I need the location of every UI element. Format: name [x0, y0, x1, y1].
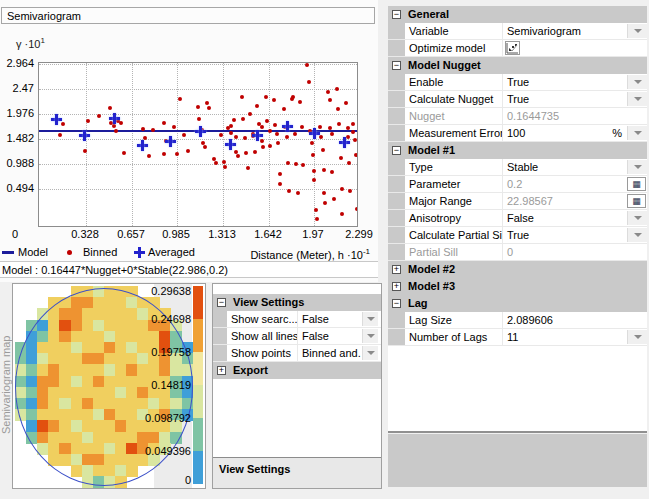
row-indent [388, 23, 405, 39]
binned-point [301, 163, 305, 167]
property-grid-rows: −GeneralVariableSemivariogramOptimize mo… [388, 6, 647, 346]
property-row-variable[interactable]: VariableSemivariogram [388, 23, 647, 40]
binned-point [246, 166, 250, 170]
averaged-point [282, 121, 293, 132]
property-row-show-searc-[interactable]: Show searc...False [213, 311, 381, 328]
category-row-model-nugget[interactable]: −Model Nugget [388, 57, 647, 74]
property-row-anisotropy[interactable]: AnisotropyFalse [388, 210, 647, 227]
percent-suffix: % [602, 125, 622, 141]
property-row-show-points[interactable]: Show pointsBinned and... [213, 345, 381, 362]
dropdown-button[interactable] [627, 211, 647, 225]
dropdown-button[interactable] [627, 330, 647, 344]
collapse-icon[interactable]: − [217, 298, 226, 307]
dropdown-button[interactable] [627, 75, 647, 89]
property-row-partial-sill[interactable]: Partial Sill0 [388, 244, 647, 261]
expand-icon[interactable]: + [392, 265, 401, 274]
row-indent [388, 159, 405, 175]
property-value[interactable]: Binned and... [298, 345, 361, 361]
collapse-icon[interactable]: − [392, 61, 401, 70]
expand-icon[interactable]: + [392, 282, 401, 291]
property-row-nugget[interactable]: Nugget0.1644735 [388, 108, 647, 125]
x-tick-label: 1.313 [200, 228, 244, 240]
property-row-number-of-lags[interactable]: Number of Lags11 [388, 329, 647, 346]
property-value[interactable]: Semivariogram [503, 23, 626, 39]
category-row-export[interactable]: +Export [213, 362, 381, 379]
property-value[interactable]: 0.2 [503, 176, 626, 192]
semivariogram-map-panel[interactable]: 0.296380.246980.197580.148190.0987920.04… [12, 283, 206, 489]
property-row-major-range[interactable]: Major Range22.98567▦ [388, 193, 647, 210]
property-value[interactable]: Stable [503, 159, 626, 175]
property-value[interactable]: 0.1644735 [503, 108, 626, 124]
property-value[interactable]: 0 [503, 244, 626, 260]
legend-binned-label: Binned [83, 246, 117, 258]
x-gridline [314, 63, 315, 226]
binned-point [141, 127, 145, 131]
property-value[interactable]: False [298, 311, 361, 327]
binned-point [196, 105, 200, 109]
property-row-lag-size[interactable]: Lag Size2.089606 [388, 312, 647, 329]
color-scale-segment [193, 418, 203, 451]
property-row-enable[interactable]: EnableTrue [388, 74, 647, 91]
dropdown-button[interactable] [627, 160, 647, 174]
expand-icon[interactable]: + [217, 366, 226, 375]
binned-point [273, 123, 277, 127]
calculator-button[interactable]: ▦ [627, 177, 646, 191]
property-row-parameter[interactable]: Parameter0.2▦ [388, 176, 647, 193]
binned-point [357, 125, 358, 129]
property-value[interactable]: 22.98567 [503, 193, 626, 209]
category-row-model-3[interactable]: +Model #3 [388, 278, 647, 295]
model-formula-bar: Model : 0.16447*Nugget+0*Stable(22.986,0… [0, 261, 378, 278]
binned-point [219, 133, 223, 137]
category-row-general[interactable]: −General [388, 6, 647, 23]
optimize-model-button[interactable] [505, 41, 520, 55]
property-value[interactable]: 11 [503, 329, 626, 345]
category-row-view-settings[interactable]: −View Settings [213, 294, 381, 311]
collapse-icon[interactable]: − [392, 299, 401, 308]
dropdown-button[interactable] [362, 312, 378, 326]
color-scale-value: 0.29638 [113, 285, 191, 297]
color-scale-segment [193, 286, 203, 319]
binned-point [162, 152, 166, 156]
property-value[interactable]: False [298, 328, 361, 344]
y-tick-label: 2.47 [0, 82, 34, 94]
property-row-type[interactable]: TypeStable [388, 159, 647, 176]
dropdown-button[interactable] [362, 346, 378, 360]
binned-point [272, 98, 276, 102]
binned-point [207, 106, 211, 110]
x-axis-title-base: Distance (Meter), h ·10 [250, 249, 362, 261]
property-label: Nugget [405, 108, 503, 124]
category-row-lag[interactable]: −Lag [388, 295, 647, 312]
y-tick-label: 0.494 [0, 182, 34, 194]
property-value[interactable]: True [503, 91, 626, 107]
property-label: Show searc... [227, 311, 298, 327]
binned-point [232, 118, 236, 122]
dropdown-button[interactable] [362, 329, 378, 343]
dropdown-button[interactable] [627, 24, 647, 38]
semivariogram-plot-area[interactable] [38, 62, 358, 227]
property-row-calculate-nugget[interactable]: Calculate NuggetTrue [388, 91, 647, 108]
dropdown-button[interactable] [627, 228, 647, 242]
category-row-model-2[interactable]: +Model #2 [388, 261, 647, 278]
semivariogram-chart-panel: Semivariogram γ ·101 2.9642.471.9761.482… [0, 0, 378, 282]
color-scale-value: 0 [113, 474, 191, 486]
binned-point [275, 132, 279, 136]
collapse-icon[interactable]: − [392, 146, 401, 155]
property-value[interactable]: False [503, 210, 626, 226]
calculator-button[interactable]: ▦ [627, 194, 646, 208]
binned-point [291, 95, 295, 99]
dropdown-button[interactable] [627, 126, 647, 140]
property-value[interactable]: 2.089606 [503, 312, 626, 328]
binned-point [108, 106, 112, 110]
property-label: Calculate Partial Sill [405, 227, 503, 243]
category-row-model-1[interactable]: −Model #1 [388, 142, 647, 159]
property-row-calculate-partial-sill[interactable]: Calculate Partial SillTrue [388, 227, 647, 244]
dropdown-button[interactable] [627, 92, 647, 106]
property-value[interactable]: True [503, 74, 626, 90]
collapse-icon[interactable]: − [392, 10, 401, 19]
property-row-optimize-model[interactable]: Optimize model [388, 40, 647, 57]
property-row-show-all-lines[interactable]: Show all linesFalse [213, 328, 381, 345]
property-row-measurement-error[interactable]: Measurement Error100% [388, 125, 647, 142]
property-value[interactable] [503, 40, 626, 56]
y-tick-label: 1.976 [0, 107, 34, 119]
property-value[interactable]: True [503, 227, 626, 243]
